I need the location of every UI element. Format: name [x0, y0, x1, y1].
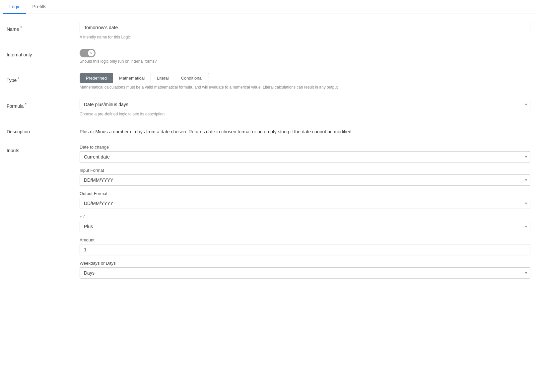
date-to-change-wrapper: Current date	[80, 151, 530, 163]
amount-label: Amount	[80, 237, 530, 242]
internal-only-hint: Should this logic only run on internal f…	[80, 59, 530, 64]
description-row: Description Plus or Minus a number of da…	[7, 126, 530, 135]
internal-only-label: Internal only	[7, 49, 80, 57]
input-format-select[interactable]: DD/MM/YYYY	[80, 174, 530, 186]
type-control: Predefined Mathematical Literal Conditio…	[80, 73, 530, 90]
output-format-select[interactable]: DD/MM/YYYY	[80, 198, 530, 209]
formula-select-wrapper: Date plus/minus days	[80, 99, 530, 110]
type-buttons-group: Predefined Mathematical Literal Conditio…	[80, 73, 209, 83]
formula-control: Date plus/minus days Choose a pre-define…	[80, 99, 530, 116]
name-hint: A friendly name for this Logic	[80, 35, 530, 39]
input-item-date-to-change: Date to change Current date	[80, 145, 530, 163]
input-item-plus-minus: + / - Plus	[80, 214, 530, 232]
toggle-knob: ✕	[88, 50, 95, 56]
description-label: Description	[7, 126, 80, 134]
internal-only-control: ✕ Should this logic only run on internal…	[80, 49, 530, 64]
tabs-bar: Logic Prefills	[0, 0, 537, 14]
name-row: Name * A friendly name for this Logic	[7, 22, 530, 39]
weekdays-or-days-select[interactable]: Days	[80, 267, 530, 279]
formula-row: Formula * Date plus/minus days Choose a …	[7, 99, 530, 116]
date-to-change-select[interactable]: Current date	[80, 151, 530, 163]
input-item-amount: Amount	[80, 237, 530, 255]
name-control: A friendly name for this Logic	[80, 22, 530, 39]
description-value: Plus or Minus a number of days from a da…	[80, 126, 530, 135]
bottom-divider	[0, 306, 537, 306]
type-btn-literal[interactable]: Literal	[151, 73, 175, 83]
description-control: Plus or Minus a number of days from a da…	[80, 126, 530, 135]
internal-only-row: Internal only ✕ Should this logic only r…	[7, 49, 530, 64]
internal-only-toggle[interactable]: ✕	[80, 49, 96, 57]
output-format-label: Output Format	[80, 191, 530, 196]
date-to-change-label: Date to change	[80, 145, 530, 150]
type-btn-conditional[interactable]: Conditional	[175, 73, 209, 83]
inputs-label: Inputs	[7, 145, 80, 153]
inputs-row: Inputs Date to change Current date Input…	[7, 145, 530, 279]
amount-input[interactable]	[80, 244, 530, 255]
formula-label: Formula *	[7, 99, 80, 109]
inputs-group: Date to change Current date Input Format…	[80, 145, 530, 279]
formula-select[interactable]: Date plus/minus days	[80, 99, 530, 110]
input-format-wrapper: DD/MM/YYYY	[80, 174, 530, 186]
type-btn-mathematical[interactable]: Mathematical	[113, 73, 151, 83]
type-row: Type * Predefined Mathematical Literal C…	[7, 73, 530, 90]
type-btn-predefined[interactable]: Predefined	[80, 73, 113, 83]
input-item-input-format: Input Format DD/MM/YYYY	[80, 168, 530, 186]
weekdays-or-days-wrapper: Days	[80, 267, 530, 279]
name-label: Name *	[7, 22, 80, 32]
plus-minus-select[interactable]: Plus	[80, 221, 530, 232]
tab-prefills[interactable]: Prefills	[26, 0, 52, 14]
input-item-weekdays-or-days: Weekdays or Days Days	[80, 261, 530, 279]
type-hint: Mathematical calculations must be a vali…	[80, 85, 530, 90]
form-body: Name * A friendly name for this Logic In…	[0, 14, 537, 296]
input-format-label: Input Format	[80, 168, 530, 173]
name-input[interactable]	[80, 22, 530, 33]
output-format-wrapper: DD/MM/YYYY	[80, 198, 530, 209]
formula-hint: Choose a pre-defined logic to see its de…	[80, 112, 530, 116]
weekdays-or-days-label: Weekdays or Days	[80, 261, 530, 266]
plus-minus-label: + / -	[80, 214, 530, 219]
plus-minus-wrapper: Plus	[80, 221, 530, 232]
tab-logic[interactable]: Logic	[3, 0, 26, 14]
input-item-output-format: Output Format DD/MM/YYYY	[80, 191, 530, 209]
inputs-control: Date to change Current date Input Format…	[80, 145, 530, 279]
type-label: Type *	[7, 73, 80, 83]
